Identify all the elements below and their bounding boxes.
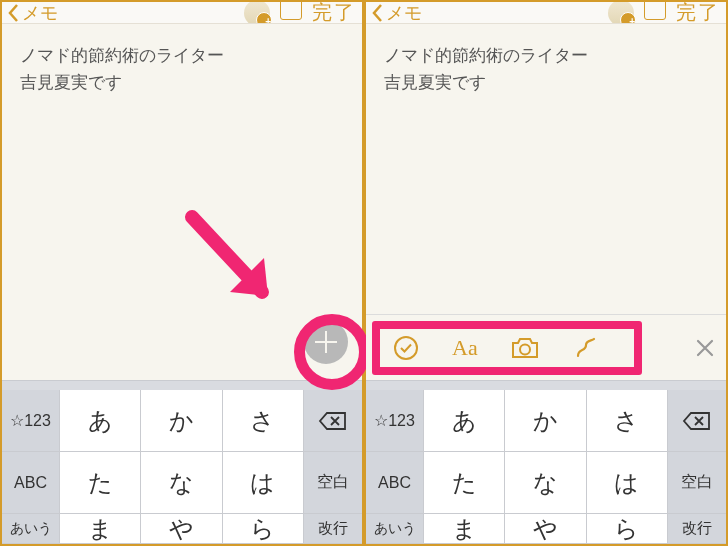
annotation-arrow-icon bbox=[172, 202, 292, 322]
back-label: メモ bbox=[22, 2, 58, 24]
key-return[interactable]: 改行 bbox=[668, 514, 726, 544]
svg-point-0 bbox=[395, 337, 417, 359]
key-space[interactable]: 空白 bbox=[304, 452, 362, 514]
note-body[interactable]: ノマド的節約術のライター 吉見夏実です bbox=[2, 24, 362, 380]
svg-point-1 bbox=[520, 344, 530, 354]
nav-bar: メモ + 完了 bbox=[366, 2, 726, 24]
share-icon[interactable] bbox=[644, 2, 666, 20]
key-ta[interactable]: た bbox=[424, 452, 505, 514]
key-na[interactable]: な bbox=[505, 452, 586, 514]
chevron-left-icon bbox=[370, 2, 384, 24]
close-toolbar-button[interactable] bbox=[694, 337, 716, 359]
camera-icon[interactable] bbox=[510, 336, 540, 360]
key-sa[interactable]: さ bbox=[587, 390, 668, 452]
key-ta[interactable]: た bbox=[60, 452, 141, 514]
note-text: ノマド的節約術のライター 吉見夏実です bbox=[384, 42, 708, 96]
share-icon[interactable] bbox=[280, 2, 302, 20]
nav-bar: メモ + 完了 bbox=[2, 2, 362, 24]
left-screenshot: メモ + 完了 ノマド的節約術のライター 吉見夏実です ☆123 あ か さ bbox=[2, 2, 362, 544]
right-screenshot: メモ + 完了 ノマド的節約術のライター 吉見夏実です Aa bbox=[366, 2, 726, 544]
key-na[interactable]: な bbox=[141, 452, 222, 514]
nav-right: + 完了 bbox=[244, 2, 356, 24]
share-people-button[interactable]: + bbox=[608, 2, 634, 24]
attachment-toolbar: Aa bbox=[366, 314, 726, 380]
key-mode-abc[interactable]: ABC bbox=[2, 452, 60, 514]
note-text: ノマド的節約術のライター 吉見夏実です bbox=[20, 42, 344, 96]
text-format-icon[interactable]: Aa bbox=[452, 335, 478, 361]
key-a[interactable]: あ bbox=[60, 390, 141, 452]
key-space[interactable]: 空白 bbox=[668, 452, 726, 514]
back-button[interactable]: メモ bbox=[370, 2, 422, 24]
key-ya[interactable]: や bbox=[505, 514, 586, 544]
key-ra[interactable]: ら bbox=[223, 514, 304, 544]
keyboard-suggestion-bar bbox=[2, 380, 362, 390]
key-backspace[interactable] bbox=[304, 390, 362, 452]
key-mode-abc[interactable]: ABC bbox=[366, 452, 424, 514]
nav-right: + 完了 bbox=[608, 2, 720, 24]
key-ha[interactable]: は bbox=[223, 452, 304, 514]
key-mode-num[interactable]: ☆123 bbox=[2, 390, 60, 452]
add-attachment-button[interactable] bbox=[304, 320, 348, 364]
chevron-left-icon bbox=[6, 2, 20, 24]
back-label: メモ bbox=[386, 2, 422, 24]
note-body[interactable]: ノマド的節約術のライター 吉見夏実です bbox=[366, 24, 726, 314]
key-a[interactable]: あ bbox=[424, 390, 505, 452]
sketch-icon[interactable] bbox=[572, 334, 600, 362]
key-return[interactable]: 改行 bbox=[304, 514, 362, 544]
checklist-icon[interactable] bbox=[392, 334, 420, 362]
key-sa[interactable]: さ bbox=[223, 390, 304, 452]
key-ya[interactable]: や bbox=[141, 514, 222, 544]
done-button[interactable]: 完了 bbox=[312, 2, 356, 24]
done-button[interactable]: 完了 bbox=[676, 2, 720, 24]
key-ma[interactable]: ま bbox=[424, 514, 505, 544]
key-backspace[interactable] bbox=[668, 390, 726, 452]
key-ha[interactable]: は bbox=[587, 452, 668, 514]
keyboard: ☆123 あ か さ ABC た な は 空白 あいう ま や ら 改行 bbox=[366, 380, 726, 544]
key-mode-kana[interactable]: あいう bbox=[366, 514, 424, 544]
key-mode-kana[interactable]: あいう bbox=[2, 514, 60, 544]
key-ka[interactable]: か bbox=[505, 390, 586, 452]
key-ka[interactable]: か bbox=[141, 390, 222, 452]
key-mode-num[interactable]: ☆123 bbox=[366, 390, 424, 452]
back-button[interactable]: メモ bbox=[6, 2, 58, 24]
key-ra[interactable]: ら bbox=[587, 514, 668, 544]
key-ma[interactable]: ま bbox=[60, 514, 141, 544]
keyboard: ☆123 あ か さ ABC た な は 空白 あいう ま や ら 改行 bbox=[2, 380, 362, 544]
share-people-button[interactable]: + bbox=[244, 2, 270, 24]
keyboard-suggestion-bar bbox=[366, 380, 726, 390]
